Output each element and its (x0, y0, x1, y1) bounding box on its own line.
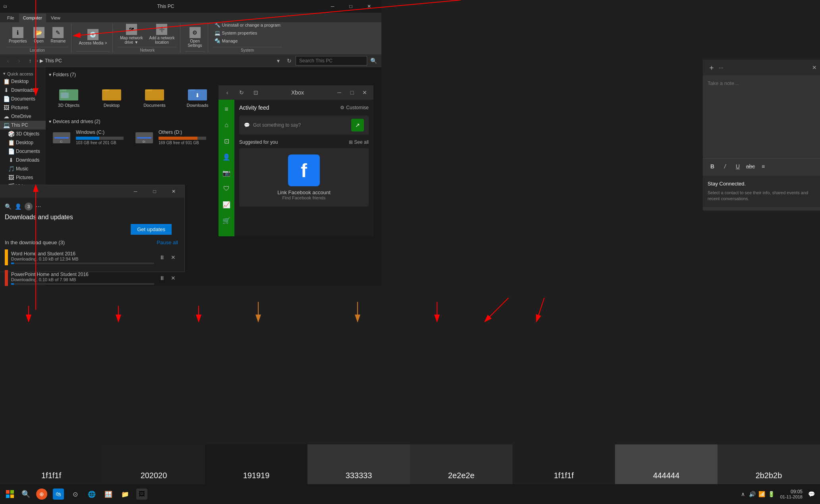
taskbar-explorer-button[interactable]: 🪟 (100, 486, 117, 502)
xbox-sidebar-menu-icon[interactable]: ≡ (220, 103, 233, 116)
tab-computer[interactable]: Computer (19, 14, 46, 22)
underline-button[interactable]: U (733, 162, 743, 171)
store-search-icon[interactable]: 🔍 (5, 203, 12, 210)
properties-button[interactable]: ℹ Properties (6, 25, 29, 45)
sidebar-item-downloads[interactable]: ⬇ Downloads (0, 156, 46, 164)
close-button[interactable]: ✕ (360, 0, 378, 13)
sticky-close-button[interactable]: ✕ (812, 64, 817, 71)
downloads-count-badge[interactable]: 3 (25, 203, 33, 210)
open-settings-button[interactable]: ⚙ OpenSettings (185, 25, 204, 49)
facebook-card[interactable]: f Link Facebook account Find Facebook fr… (239, 148, 369, 207)
start-button[interactable] (2, 486, 18, 502)
tray-expand-icon[interactable]: ∧ (739, 490, 747, 498)
tab-view[interactable]: View (47, 14, 64, 22)
sidebar-item-pictures[interactable]: 🖼 Pictures (0, 173, 46, 182)
sidebar-item-this-pc[interactable]: 💻 This PC (0, 121, 46, 129)
ppt-cancel-button[interactable]: ✕ (168, 273, 178, 283)
word-cancel-button[interactable]: ✕ (168, 253, 178, 262)
sidebar-item-desktop[interactable]: 📋 Desktop (0, 138, 46, 147)
properties-label: Properties (9, 39, 27, 43)
xbox-sidebar-screen-icon[interactable]: ⊡ (220, 135, 233, 147)
map-network-drive-button[interactable]: 🗺 Map networkdrive ▼ (118, 22, 145, 46)
uninstall-program-button[interactable]: 🔧 Uninstall or change a program (213, 21, 282, 29)
search-button[interactable]: 🔍 (369, 56, 378, 66)
taskbar-ubuntu-button[interactable]: ⊕ (33, 486, 50, 502)
xbox-refresh-button[interactable]: ↻ (236, 87, 247, 98)
italic-button[interactable]: / (720, 162, 730, 171)
tab-file[interactable]: File (3, 14, 18, 22)
access-media-button[interactable]: 💿 Access Media > (76, 27, 109, 47)
xbox-sidebar-person-icon[interactable]: 👤 (220, 151, 233, 163)
folder-3d-objects[interactable]: 3D Objects (49, 82, 89, 111)
taskbar-media-player-button[interactable]: ⊙ (67, 486, 83, 502)
xbox-sidebar-home-icon[interactable]: ⌂ (220, 119, 233, 131)
xbox-maximize-button[interactable]: □ (346, 87, 358, 98)
system-properties-button[interactable]: 💻 System properties (213, 29, 282, 37)
sidebar-item-pictures-quick[interactable]: 🖼 Pictures (0, 103, 46, 112)
xbox-sidebar-chart-icon[interactable]: 📈 (220, 198, 233, 211)
word-pause-button[interactable]: ⏸ (157, 253, 167, 262)
xbox-sidebar-shield-icon[interactable]: 🛡 (220, 182, 233, 195)
sidebar-item-documents-quick[interactable]: 📄 Documents (0, 95, 46, 103)
store-more-button[interactable]: ··· (36, 203, 41, 210)
taskbar-clock[interactable]: 09:05 01-11-2018 (777, 489, 806, 499)
sidebar-item-desktop-quick[interactable]: 📋 Desktop (0, 77, 46, 86)
taskbar-store-button[interactable]: 🛍 (50, 486, 67, 502)
drive-windows-c[interactable]: C: Windows (C:) 103 GB free of 201 GB (49, 126, 128, 148)
rename-button[interactable]: ✎ Rename (48, 25, 68, 45)
sticky-more-button[interactable]: ··· (719, 64, 723, 71)
download-panel-maximize[interactable]: □ (145, 185, 164, 198)
manage-button[interactable]: 🔩 Manage (213, 37, 282, 44)
refresh-button[interactable]: ↻ (284, 56, 294, 66)
get-updates-button[interactable]: Get updates (131, 224, 172, 235)
xbox-minimize-button[interactable]: ─ (334, 87, 345, 98)
store-user-icon[interactable]: 👤 (15, 203, 21, 210)
folder-downloads[interactable]: ⬇ Downloads (178, 82, 217, 111)
sticky-add-button[interactable]: ＋ (706, 62, 717, 73)
battery-icon[interactable]: 🔋 (768, 490, 776, 498)
xbox-sidebar-photo-icon[interactable]: 📷 (220, 166, 233, 179)
sidebar-item-onedrive[interactable]: ☁ OneDrive (0, 112, 46, 121)
share-button[interactable]: ↗ (351, 119, 364, 131)
xbox-close-button[interactable]: ✕ (359, 87, 370, 98)
list-button[interactable]: ≡ (758, 162, 768, 171)
up-button[interactable]: ↑ (25, 56, 35, 66)
forward-button[interactable]: › (14, 56, 24, 66)
xbox-title: Xbox (261, 89, 334, 96)
pause-all-button[interactable]: Pause all (157, 239, 178, 245)
taskbar-search-button[interactable]: 🔍 (18, 487, 33, 502)
taskbar-explorer2-button[interactable]: 📁 (117, 486, 133, 502)
sticky-note-input[interactable] (708, 80, 815, 152)
xbox-expand-button[interactable]: ⊡ (250, 87, 261, 98)
search-input[interactable] (296, 56, 367, 66)
see-all-button[interactable]: ⊞ See all (349, 139, 369, 145)
download-panel-close[interactable]: ✕ (164, 185, 183, 198)
add-network-location-button[interactable]: ➕ Add a networklocation (147, 22, 177, 46)
notification-icon[interactable]: 💬 (807, 490, 815, 498)
sidebar-item-downloads-quick[interactable]: ⬇ Downloads (0, 86, 46, 95)
xbox-back-button[interactable]: ‹ (222, 87, 233, 98)
speakers-icon[interactable]: 🔊 (748, 490, 756, 498)
taskbar-edge-button[interactable]: 🌐 (83, 486, 100, 502)
xbox-sidebar-store-icon[interactable]: 🛒 (220, 214, 233, 227)
maximize-button[interactable]: □ (342, 0, 360, 13)
minimize-button[interactable]: ─ (323, 0, 342, 13)
explorer2-icon: 📁 (120, 489, 131, 500)
folder-desktop[interactable]: Desktop (92, 82, 132, 111)
expand-address-button[interactable]: ▾ (273, 56, 283, 66)
ribbon-group-settings: ⚙ OpenSettings (182, 24, 208, 52)
bold-button[interactable]: B (708, 162, 717, 171)
open-button[interactable]: 📂 Open (31, 25, 47, 45)
drive-others-d[interactable]: D: Others (D:) 169 GB free of 931 GB (132, 126, 211, 148)
sidebar-item-3d-objects[interactable]: 🎲 3D Objects (0, 129, 46, 138)
sidebar-item-documents[interactable]: 📄 Documents (0, 147, 46, 156)
network-tray-icon[interactable]: 📶 (758, 490, 766, 498)
customise-button[interactable]: ⚙ Customise (340, 105, 369, 110)
ppt-pause-button[interactable]: ⏸ (157, 273, 167, 283)
strikethrough-button[interactable]: abc (746, 162, 755, 171)
sidebar-item-music[interactable]: 🎵 Music (0, 164, 46, 173)
back-button[interactable]: ‹ (3, 56, 13, 66)
taskbar-photos-button[interactable]: 🖼 (133, 486, 150, 502)
folder-documents[interactable]: Documents (135, 82, 174, 111)
download-panel-minimize[interactable]: ─ (126, 185, 145, 198)
